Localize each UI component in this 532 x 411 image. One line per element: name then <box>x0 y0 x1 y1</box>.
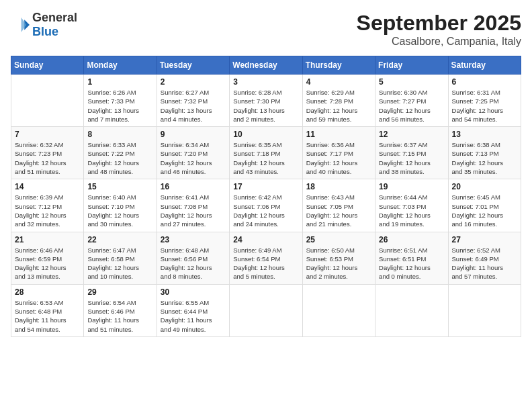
day-info: Sunrise: 6:47 AMSunset: 6:58 PMDaylight:… <box>87 246 152 281</box>
day-header-friday: Friday <box>375 56 448 75</box>
calendar-cell <box>375 284 448 336</box>
calendar-cell: 27Sunrise: 6:52 AMSunset: 6:49 PMDayligh… <box>448 232 521 284</box>
day-number: 18 <box>306 182 371 191</box>
calendar-cell <box>448 284 521 336</box>
day-info: Sunrise: 6:40 AMSunset: 7:10 PMDaylight:… <box>87 193 152 228</box>
calendar-cell: 7Sunrise: 6:32 AMSunset: 7:23 PMDaylight… <box>11 127 84 179</box>
day-info: Sunrise: 6:53 AMSunset: 6:48 PMDaylight:… <box>15 298 80 334</box>
day-header-sunday: Sunday <box>11 56 84 75</box>
day-number: 8 <box>87 130 152 139</box>
day-number: 2 <box>161 77 226 87</box>
day-number: 12 <box>379 130 444 139</box>
day-number: 7 <box>15 130 80 139</box>
day-number: 27 <box>452 235 517 244</box>
calendar-cell: 17Sunrise: 6:42 AMSunset: 7:06 PMDayligh… <box>230 179 302 232</box>
day-info: Sunrise: 6:33 AMSunset: 7:22 PMDaylight:… <box>87 140 152 176</box>
day-info: Sunrise: 6:48 AMSunset: 6:56 PMDaylight:… <box>161 246 226 281</box>
calendar-cell: 16Sunrise: 6:41 AMSunset: 7:08 PMDayligh… <box>157 179 229 232</box>
calendar-cell: 18Sunrise: 6:43 AMSunset: 7:05 PMDayligh… <box>302 179 375 232</box>
calendar-cell: 5Sunrise: 6:30 AMSunset: 7:27 PMDaylight… <box>375 75 448 127</box>
month-title: September 2025 <box>357 11 521 36</box>
day-number: 9 <box>161 130 226 139</box>
title-block: September 2025 Casalbore, Campania, Ital… <box>357 11 521 48</box>
calendar-cell: 21Sunrise: 6:46 AMSunset: 6:59 PMDayligh… <box>11 232 84 284</box>
calendar-cell: 28Sunrise: 6:53 AMSunset: 6:48 PMDayligh… <box>11 284 84 336</box>
day-header-monday: Monday <box>84 56 157 75</box>
day-header-thursday: Thursday <box>302 56 375 75</box>
day-info: Sunrise: 6:30 AMSunset: 7:27 PMDaylight:… <box>379 88 444 124</box>
calendar-cell: 8Sunrise: 6:33 AMSunset: 7:22 PMDaylight… <box>84 127 157 179</box>
day-info: Sunrise: 6:42 AMSunset: 7:06 PMDaylight:… <box>233 193 298 228</box>
calendar-cell: 23Sunrise: 6:48 AMSunset: 6:56 PMDayligh… <box>157 232 229 284</box>
calendar-cell: 29Sunrise: 6:54 AMSunset: 6:46 PMDayligh… <box>84 284 157 336</box>
day-info: Sunrise: 6:34 AMSunset: 7:20 PMDaylight:… <box>161 140 226 176</box>
day-number: 10 <box>233 130 298 139</box>
calendar-week-4: 21Sunrise: 6:46 AMSunset: 6:59 PMDayligh… <box>11 232 521 284</box>
logo-general: General <box>32 11 77 24</box>
calendar-cell: 26Sunrise: 6:51 AMSunset: 6:51 PMDayligh… <box>375 232 448 284</box>
day-number: 3 <box>233 77 298 87</box>
calendar-cell: 13Sunrise: 6:38 AMSunset: 7:13 PMDayligh… <box>448 127 521 179</box>
day-info: Sunrise: 6:41 AMSunset: 7:08 PMDaylight:… <box>161 193 226 228</box>
day-info: Sunrise: 6:54 AMSunset: 6:46 PMDaylight:… <box>87 298 152 334</box>
day-info: Sunrise: 6:32 AMSunset: 7:23 PMDaylight:… <box>15 140 80 176</box>
calendar-cell: 30Sunrise: 6:55 AMSunset: 6:44 PMDayligh… <box>157 284 229 336</box>
day-number: 1 <box>87 77 152 87</box>
day-info: Sunrise: 6:44 AMSunset: 7:03 PMDaylight:… <box>379 193 444 228</box>
logo: General Blue <box>11 11 77 39</box>
calendar-week-5: 28Sunrise: 6:53 AMSunset: 6:48 PMDayligh… <box>11 284 521 336</box>
day-info: Sunrise: 6:46 AMSunset: 6:59 PMDaylight:… <box>15 246 80 281</box>
calendar-cell: 2Sunrise: 6:27 AMSunset: 7:32 PMDaylight… <box>157 75 229 127</box>
day-number: 23 <box>161 235 226 244</box>
day-number: 22 <box>87 235 152 244</box>
day-number: 21 <box>15 235 80 244</box>
calendar-week-1: 1Sunrise: 6:26 AMSunset: 7:33 PMDaylight… <box>11 75 521 127</box>
day-number: 4 <box>306 77 371 87</box>
calendar-cell: 14Sunrise: 6:39 AMSunset: 7:12 PMDayligh… <box>11 179 84 232</box>
day-number: 14 <box>15 182 80 191</box>
day-number: 29 <box>87 287 152 297</box>
calendar-cell: 15Sunrise: 6:40 AMSunset: 7:10 PMDayligh… <box>84 179 157 232</box>
page-header: General Blue September 2025 Casalbore, C… <box>11 11 521 48</box>
day-number: 24 <box>233 235 298 244</box>
day-info: Sunrise: 6:27 AMSunset: 7:32 PMDaylight:… <box>161 88 226 124</box>
day-number: 19 <box>379 182 444 191</box>
day-header-tuesday: Tuesday <box>157 56 229 75</box>
day-number: 6 <box>452 77 517 87</box>
day-info: Sunrise: 6:45 AMSunset: 7:01 PMDaylight:… <box>452 193 517 228</box>
day-info: Sunrise: 6:55 AMSunset: 6:44 PMDaylight:… <box>161 298 226 334</box>
calendar-cell: 11Sunrise: 6:36 AMSunset: 7:17 PMDayligh… <box>302 127 375 179</box>
day-number: 15 <box>87 182 152 191</box>
calendar-cell: 19Sunrise: 6:44 AMSunset: 7:03 PMDayligh… <box>375 179 448 232</box>
day-info: Sunrise: 6:51 AMSunset: 6:51 PMDaylight:… <box>379 246 444 281</box>
calendar-cell: 6Sunrise: 6:31 AMSunset: 7:25 PMDaylight… <box>448 75 521 127</box>
day-info: Sunrise: 6:36 AMSunset: 7:17 PMDaylight:… <box>306 140 371 176</box>
day-number: 28 <box>15 287 80 297</box>
day-info: Sunrise: 6:43 AMSunset: 7:05 PMDaylight:… <box>306 193 371 228</box>
day-number: 20 <box>452 182 517 191</box>
calendar-cell: 12Sunrise: 6:37 AMSunset: 7:15 PMDayligh… <box>375 127 448 179</box>
calendar-table: SundayMondayTuesdayWednesdayThursdayFrid… <box>11 56 521 337</box>
location-title: Casalbore, Campania, Italy <box>357 36 521 48</box>
day-number: 26 <box>379 235 444 244</box>
day-info: Sunrise: 6:39 AMSunset: 7:12 PMDaylight:… <box>15 193 80 228</box>
day-info: Sunrise: 6:38 AMSunset: 7:13 PMDaylight:… <box>452 140 517 176</box>
day-info: Sunrise: 6:31 AMSunset: 7:25 PMDaylight:… <box>452 88 517 124</box>
day-info: Sunrise: 6:49 AMSunset: 6:54 PMDaylight:… <box>233 246 298 281</box>
day-number: 5 <box>379 77 444 87</box>
calendar-cell: 20Sunrise: 6:45 AMSunset: 7:01 PMDayligh… <box>448 179 521 232</box>
calendar-cell: 25Sunrise: 6:50 AMSunset: 6:53 PMDayligh… <box>302 232 375 284</box>
calendar-cell <box>11 75 84 127</box>
calendar-cell: 1Sunrise: 6:26 AMSunset: 7:33 PMDaylight… <box>84 75 157 127</box>
day-info: Sunrise: 6:50 AMSunset: 6:53 PMDaylight:… <box>306 246 371 281</box>
day-header-wednesday: Wednesday <box>230 56 302 75</box>
day-number: 30 <box>161 287 226 297</box>
day-info: Sunrise: 6:52 AMSunset: 6:49 PMDaylight:… <box>452 246 517 281</box>
calendar-cell: 4Sunrise: 6:29 AMSunset: 7:28 PMDaylight… <box>302 75 375 127</box>
logo-blue: Blue <box>32 25 58 38</box>
calendar-cell: 10Sunrise: 6:35 AMSunset: 7:18 PMDayligh… <box>230 127 302 179</box>
day-info: Sunrise: 6:28 AMSunset: 7:30 PMDaylight:… <box>233 88 298 124</box>
day-header-saturday: Saturday <box>448 56 521 75</box>
day-number: 16 <box>161 182 226 191</box>
calendar-cell <box>230 284 302 336</box>
